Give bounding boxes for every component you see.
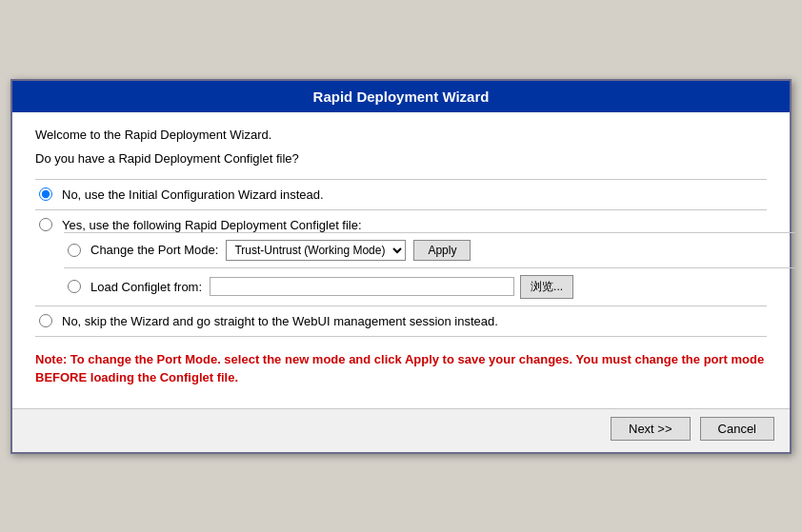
rapid-deployment-wizard-dialog: Rapid Deployment Wizard Welcome to the R… bbox=[10, 79, 792, 454]
main-radio-group: No, use the Initial Configuration Wizard… bbox=[35, 179, 767, 337]
cancel-button[interactable]: Cancel bbox=[700, 417, 774, 441]
browse-button[interactable]: 浏览... bbox=[520, 275, 573, 299]
sub-options: Change the Port Mode: Trust-Untrust (Wor… bbox=[64, 232, 795, 305]
sub-option-load-configlet: Load Configlet from: 浏览... bbox=[64, 267, 795, 305]
dialog-body: Welcome to the Rapid Deployment Wizard. … bbox=[12, 112, 790, 408]
option-no-skip-label[interactable]: No, skip the Wizard and go straight to t… bbox=[62, 314, 498, 328]
question-text: Do you have a Rapid Deployment Configlet… bbox=[35, 151, 767, 166]
dialog-footer: Next >> Cancel bbox=[12, 408, 790, 452]
load-configlet-input[interactable] bbox=[210, 277, 514, 296]
option-no-initial-label[interactable]: No, use the Initial Configuration Wizard… bbox=[62, 187, 324, 202]
port-mode-select[interactable]: Trust-Untrust (Working Mode) Dual Untrus… bbox=[226, 240, 406, 261]
load-configlet-label: Load Configlet from: bbox=[90, 280, 202, 294]
option-yes-configlet-wrapper: Yes, use the following Rapid Deployment … bbox=[35, 209, 767, 305]
option-yes-configlet[interactable]: Yes, use the following Rapid Deployment … bbox=[35, 210, 767, 232]
option-no-initial[interactable]: No, use the Initial Configuration Wizard… bbox=[35, 179, 767, 209]
sub-option-port-mode: Change the Port Mode: Trust-Untrust (Wor… bbox=[64, 232, 795, 267]
welcome-text: Welcome to the Rapid Deployment Wizard. bbox=[35, 128, 767, 142]
radio-load-configlet[interactable] bbox=[68, 280, 81, 293]
option-no-skip[interactable]: No, skip the Wizard and go straight to t… bbox=[35, 305, 767, 337]
radio-change-port-mode[interactable] bbox=[68, 244, 81, 257]
change-port-mode-label: Change the Port Mode: bbox=[90, 243, 218, 257]
radio-no-initial[interactable] bbox=[39, 187, 52, 201]
next-button[interactable]: Next >> bbox=[611, 417, 691, 441]
note-text: Note: To change the Port Mode. select th… bbox=[35, 350, 767, 387]
option-yes-configlet-label[interactable]: Yes, use the following Rapid Deployment … bbox=[62, 218, 362, 232]
dialog-title: Rapid Deployment Wizard bbox=[12, 81, 790, 112]
apply-button[interactable]: Apply bbox=[413, 240, 471, 261]
radio-yes-configlet[interactable] bbox=[39, 218, 52, 231]
radio-no-skip[interactable] bbox=[39, 314, 52, 327]
